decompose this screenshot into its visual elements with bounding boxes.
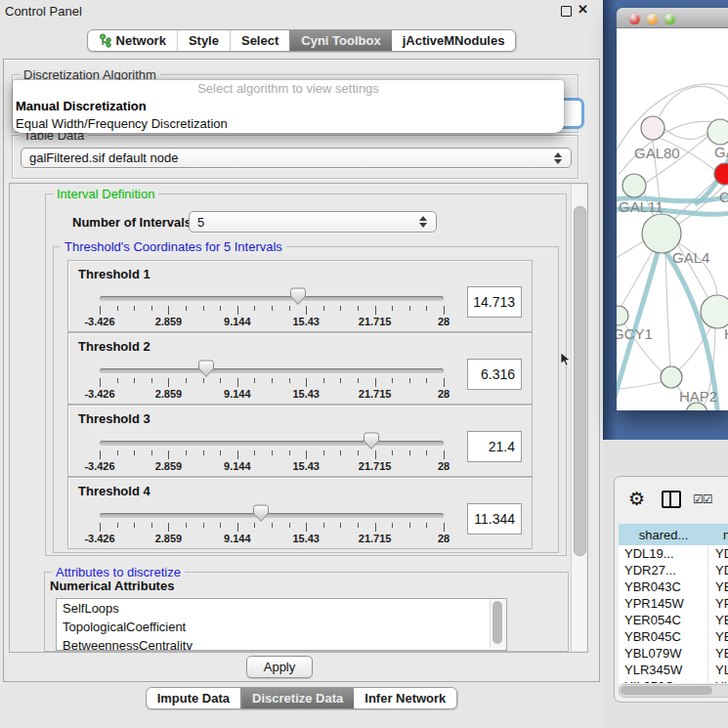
tick-mark: [151, 306, 152, 311]
gal11-node[interactable]: [622, 174, 646, 197]
tick-mark: [117, 523, 118, 528]
tick-mark: [186, 450, 187, 455]
column-header-shared[interactable]: shared...: [619, 524, 709, 546]
table-row[interactable]: YIL052CYIL0: [619, 678, 728, 683]
network-edge[interactable]: [617, 382, 662, 390]
tab-label: Infer Network: [364, 691, 446, 706]
tick-mark: [306, 306, 307, 315]
cell-name: YER0: [708, 612, 728, 628]
checkboxes-icon[interactable]: ☑☑: [693, 492, 712, 506]
gal80-node[interactable]: [641, 116, 664, 140]
column-header-name[interactable]: na: [708, 524, 728, 546]
network-edge[interactable]: [617, 241, 644, 263]
slider-track[interactable]: [100, 368, 444, 373]
popup-option-equal-width[interactable]: Equal Width/Frequency Discretization: [13, 115, 564, 133]
attributes-list[interactable]: SelfLoopsTopologicalCoefficientBetweenne…: [56, 598, 507, 651]
tick-label: 9.144: [224, 460, 251, 472]
minimize-traffic-light-icon[interactable]: [647, 14, 658, 24]
table-row[interactable]: YPR145WYPR1: [619, 595, 728, 612]
threshold-value-field[interactable]: 14.713: [467, 286, 522, 318]
attribute-list-item[interactable]: TopologicalCoefficient: [57, 618, 506, 636]
slider-track[interactable]: [100, 513, 444, 518]
tick-mark: [358, 306, 359, 311]
h-node[interactable]: [701, 295, 728, 328]
slider-thumb[interactable]: [290, 287, 307, 306]
network-canvas[interactable]: GAL80GACGAL11GAL4GCY1HHAP2: [617, 28, 728, 410]
tab-select[interactable]: Select: [230, 30, 289, 51]
tick-mark: [272, 523, 273, 528]
tick-mark: [289, 306, 290, 311]
tick-mark: [409, 523, 410, 528]
tick-mark: [220, 523, 221, 528]
attribute-list-item[interactable]: SelfLoops: [57, 599, 506, 618]
slider-track[interactable]: [100, 441, 444, 446]
attributes-list-scrollbar[interactable]: [490, 599, 505, 648]
slider-thumb[interactable]: [198, 360, 215, 378]
cell-name: YLR3: [708, 662, 728, 678]
table-row[interactable]: YLR345WYLR3: [619, 662, 728, 678]
close-icon[interactable]: ✕: [578, 2, 588, 17]
cell-shared-name: YDR27...: [619, 562, 708, 578]
table-body[interactable]: YDL19...YDL1YDR27...YDR2YBR043CYBR0YPR14…: [619, 545, 728, 683]
tick-mark: [254, 378, 255, 383]
tick-mark: [340, 523, 341, 528]
table-hscrollbar-thumb[interactable]: [621, 686, 712, 695]
attributes-scrollbar-thumb[interactable]: [492, 601, 502, 644]
outer-vertical-scrollbar[interactable]: [571, 185, 586, 651]
gal-node[interactable]: [707, 119, 728, 145]
network-edge[interactable]: [665, 252, 670, 366]
num-intervals-spinner[interactable]: 5: [189, 211, 437, 233]
tick-mark: [323, 306, 324, 311]
table-row[interactable]: YBR045CYBR0: [619, 628, 728, 645]
table-horizontal-scrollbar[interactable]: [619, 684, 728, 698]
gal4-node[interactable]: [642, 214, 681, 253]
attribute-list-item[interactable]: BetweennessCentrality: [57, 636, 506, 651]
outer-scrollbar-thumb[interactable]: [574, 206, 586, 556]
tick-mark: [358, 523, 359, 528]
tab-infer-network[interactable]: Infer Network: [354, 688, 456, 708]
table-row[interactable]: YBR043CYBR0: [619, 578, 728, 595]
table-row[interactable]: YER054CYER0: [619, 612, 728, 628]
table-data-combobox[interactable]: galFiltered.sif default node: [21, 148, 572, 168]
gear-icon[interactable]: ⚙: [628, 488, 645, 510]
spinner-arrows-icon[interactable]: [419, 216, 427, 228]
gcy1-node[interactable]: [617, 306, 628, 325]
close-traffic-light-icon[interactable]: [629, 14, 640, 24]
tab-network[interactable]: Network: [88, 30, 177, 51]
columns-icon[interactable]: [662, 491, 681, 508]
hap2-node[interactable]: [661, 366, 682, 388]
network-edge[interactable]: [660, 86, 728, 116]
combobox-spinner-icon[interactable]: [554, 152, 562, 164]
threshold-value-field[interactable]: 6.316: [467, 359, 522, 390]
table-row[interactable]: YDL19...YDL1: [619, 545, 728, 562]
slider-thumb[interactable]: [253, 504, 270, 523]
threshold-label: Threshold 4: [78, 484, 150, 498]
network-window-titlebar[interactable]: [617, 8, 728, 28]
network-edge[interactable]: [679, 185, 725, 224]
tab-style[interactable]: Style: [177, 30, 230, 51]
attributes-box: Attributes to discretize Numerical Attri…: [44, 572, 569, 652]
tab-discretize-data[interactable]: Discretize Data: [240, 688, 354, 708]
table-row[interactable]: YDR27...YDR2: [619, 562, 728, 578]
tick-label: 15.43: [292, 316, 320, 327]
tab-jactivemnodules[interactable]: jActiveMNodules: [392, 30, 516, 51]
apply-button[interactable]: Apply: [246, 656, 313, 678]
tick-mark: [272, 306, 273, 311]
popup-placeholder-option[interactable]: Select algorithm to view settings: [13, 80, 564, 98]
tick-label: 9.144: [224, 533, 251, 544]
float-window-icon[interactable]: [561, 6, 572, 17]
tab-cyni-toolbox[interactable]: Cyni Toolbox: [289, 30, 391, 51]
slider-thumb[interactable]: [364, 432, 380, 450]
popup-option-manual-discretization[interactable]: Manual Discretization: [13, 98, 564, 115]
threshold-value-field[interactable]: 21.4: [467, 431, 522, 462]
zoom-traffic-light-icon[interactable]: [664, 14, 675, 24]
tick-label: 21.715: [359, 388, 392, 400]
tab-impute-data[interactable]: Impute Data: [147, 688, 240, 708]
table-row[interactable]: YBL079WYBL0: [619, 645, 728, 662]
tick-mark: [134, 523, 135, 528]
slider-track[interactable]: [100, 296, 444, 301]
tick-mark: [203, 450, 204, 455]
thresholds-box: Threshold's Coordinates for 5 Intervals …: [53, 246, 559, 553]
threshold-value-field[interactable]: 11.344: [467, 503, 522, 535]
tick-mark: [375, 523, 376, 532]
